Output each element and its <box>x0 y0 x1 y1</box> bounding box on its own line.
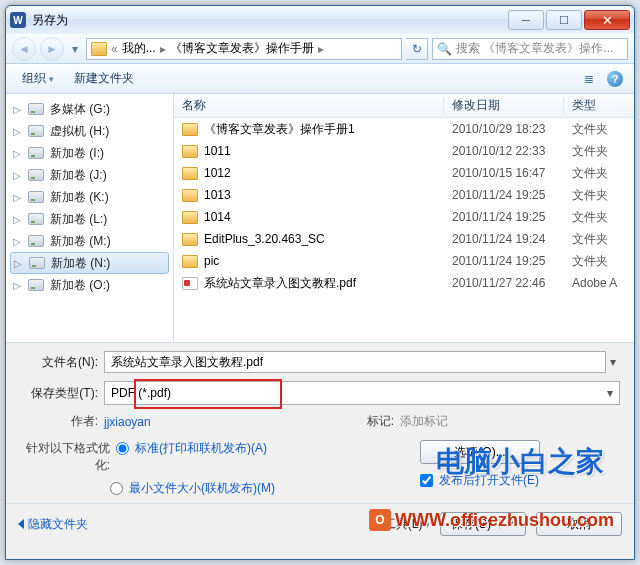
bc-seg[interactable]: 我的... <box>122 40 156 57</box>
organize-menu[interactable]: 组织 <box>14 67 62 90</box>
tree-item[interactable]: ▷新加卷 (O:) <box>6 274 173 296</box>
file-date: 2010/11/24 19:25 <box>444 210 564 224</box>
tree-label: 虚拟机 (H:) <box>50 123 109 140</box>
save-label: 保存(S) <box>451 516 491 533</box>
hide-folders-toggle[interactable]: 隐藏文件夹 <box>18 516 88 533</box>
tree-item[interactable]: ▷新加卷 (J:) <box>6 164 173 186</box>
folder-icon <box>182 123 198 136</box>
savetype-combo[interactable]: PDF (*.pdf) ▾ <box>104 381 620 405</box>
expand-icon[interactable]: ▷ <box>12 214 21 225</box>
drive-icon <box>28 213 44 225</box>
list-header[interactable]: 名称 修改日期 类型 <box>174 94 634 118</box>
window-title: 另存为 <box>32 12 68 29</box>
back-button[interactable]: ◄ <box>12 37 36 61</box>
word-icon: W <box>10 12 26 28</box>
file-list-pane: 名称 修改日期 类型 《博客文章发表》操作手册12010/10/29 18:23… <box>174 94 634 342</box>
optimize-standard-radio[interactable] <box>116 442 129 455</box>
file-row[interactable]: 10112010/10/12 22:33文件夹 <box>174 140 634 162</box>
tree-item[interactable]: ▷新加卷 (N:) <box>10 252 169 274</box>
tree-item[interactable]: ▷新加卷 (M:) <box>6 230 173 252</box>
tree-label: 新加卷 (M:) <box>50 233 111 250</box>
expand-icon[interactable]: ▷ <box>12 126 21 137</box>
tree-pane[interactable]: ▷多媒体 (G:)▷虚拟机 (H:)▷新加卷 (I:)▷新加卷 (J:)▷新加卷… <box>6 94 174 342</box>
open-after-label: 发布后打开文件(E) <box>439 472 539 489</box>
file-row[interactable]: 10142010/11/24 19:25文件夹 <box>174 206 634 228</box>
optimize-minimum-label[interactable]: 最小文件大小(联机发布)(M) <box>129 480 275 497</box>
drive-icon <box>29 257 45 269</box>
minimize-button[interactable]: ─ <box>508 10 544 30</box>
file-row[interactable]: 10122010/10/15 16:47文件夹 <box>174 162 634 184</box>
file-row[interactable]: pic2010/11/24 19:25文件夹 <box>174 250 634 272</box>
triangle-left-icon <box>18 519 24 529</box>
bc-seg[interactable]: 《博客文章发表》操作手册 <box>170 40 314 57</box>
file-name: 1011 <box>204 144 231 158</box>
tree-item[interactable]: ▷新加卷 (I:) <box>6 142 173 164</box>
file-type: 文件夹 <box>564 165 634 182</box>
expand-icon[interactable]: ▷ <box>12 104 21 115</box>
file-type: 文件夹 <box>564 209 634 226</box>
col-name[interactable]: 名称 <box>174 97 444 114</box>
form-area: 文件名(N): ▾ 保存类型(T): PDF (*.pdf) ▾ 作者: jjx… <box>6 343 634 503</box>
file-type: Adobe A <box>564 276 634 290</box>
folder-icon <box>182 145 198 158</box>
filename-history-dropdown[interactable]: ▾ <box>606 355 620 369</box>
file-type: 文件夹 <box>564 187 634 204</box>
optimize-minimum-radio[interactable] <box>110 482 123 495</box>
search-input[interactable]: 🔍 搜索 《博客文章发表》操作... <box>432 38 628 60</box>
save-split-dropdown[interactable]: ▼ <box>499 519 515 529</box>
tree-item[interactable]: ▷多媒体 (G:) <box>6 98 173 120</box>
cancel-button[interactable]: 取消 <box>536 512 622 536</box>
search-icon: 🔍 <box>437 42 452 56</box>
history-dropdown[interactable]: ▾ <box>68 38 82 60</box>
savetype-label: 保存类型(T): <box>20 385 104 402</box>
refresh-button[interactable]: ↻ <box>406 38 428 60</box>
pdf-icon <box>182 277 198 290</box>
expand-icon[interactable]: ▷ <box>12 280 21 291</box>
expand-icon[interactable]: ▷ <box>13 258 22 269</box>
tree-item[interactable]: ▷新加卷 (L:) <box>6 208 173 230</box>
tree-label: 多媒体 (G:) <box>50 101 110 118</box>
expand-icon[interactable]: ▷ <box>12 236 21 247</box>
expand-icon[interactable]: ▷ <box>12 170 21 181</box>
file-row[interactable]: 10132010/11/24 19:25文件夹 <box>174 184 634 206</box>
file-row[interactable]: 《博客文章发表》操作手册12010/10/29 18:23文件夹 <box>174 118 634 140</box>
close-button[interactable]: ✕ <box>584 10 630 30</box>
folder-icon <box>182 255 198 268</box>
expand-icon[interactable]: ▷ <box>12 148 21 159</box>
tree-item[interactable]: ▷虚拟机 (H:) <box>6 120 173 142</box>
forward-button[interactable]: ► <box>40 37 64 61</box>
maximize-button[interactable]: ☐ <box>546 10 582 30</box>
file-name: 1014 <box>204 210 231 224</box>
folder-icon <box>91 42 107 56</box>
tree-label: 新加卷 (O:) <box>50 277 110 294</box>
open-after-checkbox[interactable]: 发布后打开文件(E) <box>420 472 539 489</box>
view-mode-button[interactable]: ≣ <box>578 68 600 90</box>
col-type[interactable]: 类型 <box>564 97 634 114</box>
tree-item[interactable]: ▷新加卷 (K:) <box>6 186 173 208</box>
filename-input[interactable] <box>104 351 606 373</box>
file-name: 1013 <box>204 188 231 202</box>
author-value[interactable]: jjxiaoyan <box>104 415 151 429</box>
drive-icon <box>28 169 44 181</box>
file-date: 2010/11/24 19:25 <box>444 188 564 202</box>
options-button[interactable]: 选项(O)... <box>420 440 540 464</box>
col-date[interactable]: 修改日期 <box>444 97 564 114</box>
file-type: 文件夹 <box>564 253 634 270</box>
file-date: 2010/11/24 19:24 <box>444 232 564 246</box>
tree-label: 新加卷 (N:) <box>51 255 110 272</box>
drive-icon <box>28 103 44 115</box>
tags-value[interactable]: 添加标记 <box>400 413 620 430</box>
drive-icon <box>28 279 44 291</box>
new-folder-button[interactable]: 新建文件夹 <box>66 67 142 90</box>
tools-menu[interactable]: 工具(L) <box>384 516 430 533</box>
expand-icon[interactable]: ▷ <box>12 192 21 203</box>
file-row[interactable]: 系统站文章录入图文教程.pdf2010/11/27 22:46Adobe A <box>174 272 634 294</box>
file-rows[interactable]: 《博客文章发表》操作手册12010/10/29 18:23文件夹10112010… <box>174 118 634 342</box>
file-row[interactable]: EditPlus_3.20.463_SC2010/11/24 19:24文件夹 <box>174 228 634 250</box>
file-date: 2010/11/24 19:25 <box>444 254 564 268</box>
open-after-input[interactable] <box>420 474 433 487</box>
optimize-standard-label[interactable]: 标准(打印和联机发布)(A) <box>135 440 267 457</box>
breadcrumb[interactable]: « 我的... ▸ 《博客文章发表》操作手册 ▸ <box>86 38 402 60</box>
save-button[interactable]: 保存(S) ▼ <box>440 512 526 536</box>
help-button[interactable]: ? <box>604 68 626 90</box>
